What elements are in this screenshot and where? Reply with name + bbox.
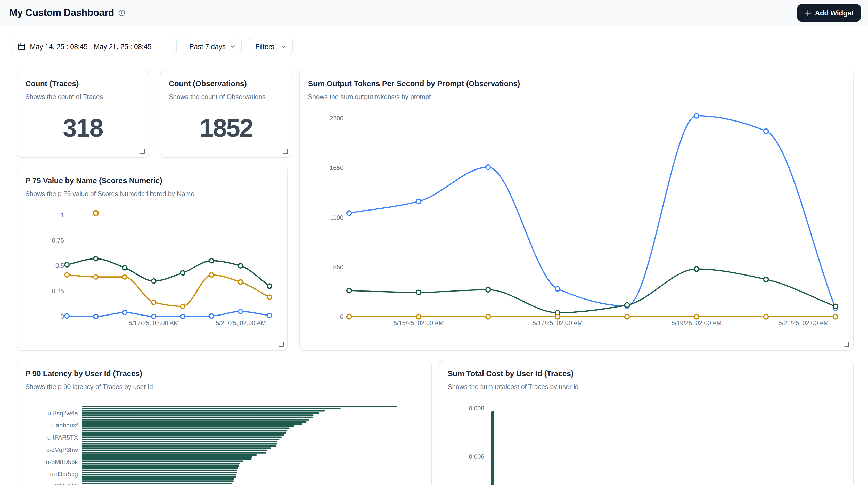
series-line-prompt-green xyxy=(349,269,836,313)
data-point xyxy=(347,289,351,293)
data-point xyxy=(65,273,69,277)
app-header: My Custom Dashboard Add Widget xyxy=(0,0,868,26)
data-point xyxy=(181,314,185,319)
latency-bar xyxy=(82,443,277,445)
data-point xyxy=(486,314,491,319)
resize-handle[interactable] xyxy=(279,341,284,347)
resize-handle[interactable] xyxy=(140,149,145,154)
dashboard-page: My Custom Dashboard Add Widget xyxy=(0,0,868,485)
widget-card-tokens-by-prompt: 05501100165022005/15/25, 02:00 AM5/17/25… xyxy=(299,70,854,351)
widget-subtitle: Shows the count of Traces xyxy=(25,93,140,101)
data-point xyxy=(486,287,491,292)
resize-handle[interactable] xyxy=(283,149,288,154)
cost-bar xyxy=(491,411,494,485)
info-icon[interactable] xyxy=(118,9,125,17)
data-point xyxy=(238,264,243,268)
y-tick-label: 1100 xyxy=(330,214,343,221)
widget-subtitle: Shows the count of Observations xyxy=(169,93,284,101)
bar-category-label: u-d3qr5cg xyxy=(50,471,78,478)
data-point xyxy=(764,129,769,133)
bar-category-label: u-8fVa9T3 xyxy=(50,483,78,485)
plus-icon xyxy=(805,9,811,16)
y-tick-label: 0.008 xyxy=(469,405,484,412)
x-tick-label: 5/21/25, 02:00 AM xyxy=(216,320,266,326)
metric-value: 318 xyxy=(17,107,149,148)
latency-bar xyxy=(82,456,252,458)
widget-subtitle: Shows the sum output tokens/s by prompt xyxy=(308,93,845,101)
y-tick-label: 0 xyxy=(61,313,64,320)
data-point xyxy=(268,284,272,289)
widget-title: P 75 Value by Name (Scores Numeric) xyxy=(25,176,279,185)
widget-subtitle: Shows the p 90 latency of Traces by user… xyxy=(25,383,423,391)
data-point xyxy=(94,256,98,261)
time-preset-label: Past 7 days xyxy=(189,42,226,50)
widget-card-count-observations: Count (Observations) Shows the count of … xyxy=(160,70,292,158)
date-range-picker[interactable]: May 14, 25 : 08:45 - May 21, 25 : 08:45 xyxy=(11,38,177,55)
latency-bar xyxy=(82,474,236,476)
latency-bar xyxy=(82,423,302,425)
page-title: My Custom Dashboard xyxy=(9,7,114,19)
time-preset-dropdown[interactable]: Past 7 days xyxy=(183,38,242,55)
data-point xyxy=(65,263,69,267)
latency-bar xyxy=(82,405,397,407)
latency-bar xyxy=(82,480,234,482)
latency-bar xyxy=(82,476,236,478)
data-point xyxy=(694,314,699,319)
y-tick-label: 1 xyxy=(61,212,64,218)
data-point xyxy=(94,275,98,279)
latency-bar xyxy=(82,410,325,412)
metric-value: 1852 xyxy=(160,107,292,148)
latency-bar xyxy=(82,472,237,473)
data-point xyxy=(625,314,629,319)
y-tick-label: 0.75 xyxy=(52,237,64,244)
date-range-label: May 14, 25 : 08:45 - May 21, 25 : 08:45 xyxy=(30,42,151,50)
data-point xyxy=(764,314,769,319)
widget-card-p75-by-name: 00.250.50.7515/17/25, 02:00 AM5/21/25, 0… xyxy=(17,166,288,351)
widget-card-count-traces: Count (Traces) Shows the count of Traces… xyxy=(17,70,149,158)
filters-dropdown[interactable]: Filters xyxy=(249,38,293,55)
data-point xyxy=(209,259,214,263)
tokens-line-chart[interactable]: 05501100165022005/15/25, 02:00 AM5/17/25… xyxy=(300,70,853,350)
data-point xyxy=(555,314,560,319)
data-point xyxy=(486,165,491,170)
y-tick-label: 0.006 xyxy=(469,453,484,460)
latency-bar xyxy=(82,432,286,433)
latency-bar xyxy=(82,452,267,453)
data-point xyxy=(833,314,838,319)
latency-bar xyxy=(82,469,237,471)
data-point xyxy=(181,304,185,308)
latency-bar xyxy=(82,461,243,462)
widget-card-p90-latency: u-8sq2w4au-aobnuxfu-tFAR5TXu-zVqP3hwu-5M… xyxy=(17,360,432,485)
filters-label: Filters xyxy=(255,42,274,50)
latency-bar xyxy=(82,421,306,423)
bar-category-label: u-5M8D56k xyxy=(46,458,78,465)
latency-bar xyxy=(82,450,267,451)
latency-bar xyxy=(82,408,341,410)
data-point xyxy=(94,314,98,319)
p90-bar-chart[interactable]: u-8sq2w4au-aobnuxfu-tFAR5TXu-zVqP3hwu-5M… xyxy=(17,360,431,485)
y-tick-label: 550 xyxy=(333,264,343,271)
data-point xyxy=(238,280,243,284)
y-tick-label: 2200 xyxy=(330,115,343,122)
data-point xyxy=(238,309,243,314)
data-point xyxy=(268,295,272,300)
widget-title: Count (Traces) xyxy=(25,79,140,88)
resize-handle[interactable] xyxy=(844,341,849,347)
data-point xyxy=(209,273,214,277)
data-point xyxy=(123,266,127,270)
latency-bar xyxy=(82,417,313,418)
latency-bar xyxy=(82,483,231,484)
y-tick-label: 1650 xyxy=(330,164,343,171)
cost-bar-chart[interactable]: 0.0080.006 xyxy=(439,360,853,485)
data-point xyxy=(65,314,69,318)
data-point xyxy=(152,300,156,304)
x-tick-label: 5/17/25, 02:00 AM xyxy=(129,320,179,326)
latency-bar xyxy=(82,427,289,429)
calendar-icon xyxy=(18,42,26,51)
data-point xyxy=(416,290,421,295)
widget-title: Count (Observations) xyxy=(169,79,284,88)
latency-bar xyxy=(82,419,309,420)
data-point xyxy=(416,199,421,204)
y-tick-label: 0 xyxy=(340,313,343,320)
add-widget-button[interactable]: Add Widget xyxy=(797,4,861,22)
